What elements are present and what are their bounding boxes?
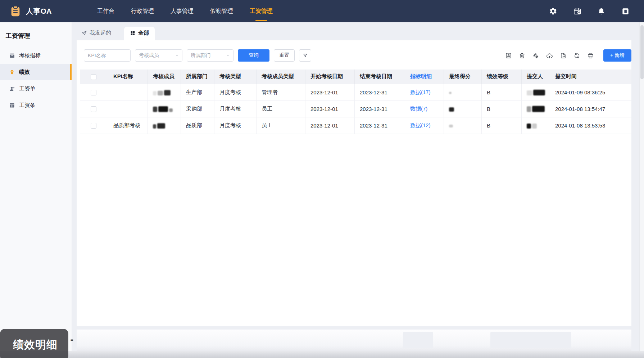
redacted-content bbox=[449, 92, 452, 94]
cell-indicator-detail: 数据(7) bbox=[405, 100, 444, 117]
filter-button[interactable] bbox=[299, 49, 311, 62]
table-row: 品质部考核品质部月度考核员工2023-12-012023-12-31数据(12)… bbox=[80, 117, 632, 134]
indicator-detail-link[interactable]: 数据(12) bbox=[410, 122, 431, 128]
cell-department: 品质部 bbox=[181, 117, 214, 134]
cloud-upload-icon[interactable] bbox=[546, 52, 553, 59]
department-select[interactable]: 所属部门 bbox=[187, 49, 233, 62]
col-header-提交人: 提交人 bbox=[522, 70, 550, 84]
redacted-content bbox=[527, 106, 545, 112]
funnel-icon bbox=[303, 53, 308, 58]
cell-submitter bbox=[522, 117, 550, 134]
redacted-content bbox=[153, 106, 173, 112]
select-all-checkbox[interactable] bbox=[91, 74, 96, 80]
sidebar-item-工资单[interactable]: 工资单 bbox=[0, 80, 72, 97]
cell-submit-time: 2024-01-09 08:36:25 bbox=[550, 84, 632, 100]
cell-assess-type: 月度考核 bbox=[214, 117, 257, 134]
cell-final-score bbox=[444, 100, 482, 117]
department-select-value: 所属部门 bbox=[191, 52, 211, 59]
calendar-icon[interactable] bbox=[573, 7, 581, 15]
gear-icon[interactable] bbox=[549, 7, 557, 15]
add-new-button[interactable]: + 新增 bbox=[603, 49, 631, 62]
user-icon bbox=[9, 86, 15, 92]
tab-bar: 我发起的全部 bbox=[72, 22, 644, 40]
trash-icon[interactable] bbox=[519, 52, 526, 59]
indicator-detail-link[interactable]: 数据(17) bbox=[410, 89, 431, 95]
sidebar-item-label: 工资条 bbox=[19, 102, 35, 109]
cell-indicator-detail: 数据(17) bbox=[405, 84, 444, 100]
cell-start-date: 2023-12-01 bbox=[305, 84, 355, 100]
cell-assess-member bbox=[148, 84, 181, 100]
redacted-content bbox=[527, 124, 537, 129]
search-button[interactable]: 查询 bbox=[238, 49, 269, 62]
col-header-最终得分: 最终得分 bbox=[444, 70, 482, 84]
refresh-icon[interactable] bbox=[573, 52, 580, 59]
kpi-name-input[interactable] bbox=[84, 49, 131, 62]
page-scrollbar[interactable] bbox=[639, 22, 644, 358]
cell-grade: B bbox=[482, 117, 522, 134]
sidebar-item-label: 绩效 bbox=[19, 69, 30, 76]
id-card-icon[interactable] bbox=[505, 52, 512, 59]
row-checkbox[interactable] bbox=[91, 123, 96, 129]
sidebar-item-label: 考核指标 bbox=[19, 52, 41, 59]
nav-item-假勤管理[interactable]: 假勤管理 bbox=[210, 0, 233, 22]
table-icon bbox=[9, 102, 15, 108]
pagination-footer bbox=[77, 330, 631, 351]
top-navbar: 人事OA 工作台行政管理人事管理假勤管理工资管理 bbox=[0, 0, 644, 22]
app-brand[interactable]: 人事OA bbox=[9, 5, 52, 17]
performance-detail-overlay: 绩效明细 bbox=[0, 329, 68, 358]
tab-label: 我发起的 bbox=[90, 30, 111, 36]
sidebar-item-考核指标[interactable]: 考核指标 bbox=[0, 47, 72, 64]
nav-item-人事管理[interactable]: 人事管理 bbox=[171, 0, 194, 22]
window-bottom-strip bbox=[0, 351, 644, 358]
sidebar-item-label: 工资单 bbox=[19, 85, 35, 92]
app-window: 人事OA 工作台行政管理人事管理假勤管理工资管理 工资管理 考核指标绩效工资单工… bbox=[0, 0, 644, 358]
file-export-icon[interactable] bbox=[560, 52, 567, 59]
nav-item-工作台[interactable]: 工作台 bbox=[97, 0, 114, 22]
redacted-footer-mark: = bbox=[71, 337, 73, 343]
tab-全部[interactable]: 全部 bbox=[124, 27, 155, 40]
indicator-detail-link[interactable]: 数据(7) bbox=[410, 106, 427, 112]
sidebar-item-绩效[interactable]: 绩效 bbox=[0, 64, 72, 80]
tab-label: 全部 bbox=[138, 30, 149, 36]
filter-row: 考核成员 所属部门 查询 重置 + 新增 bbox=[77, 40, 631, 62]
cell-kpi-name bbox=[108, 100, 148, 117]
assess-member-select-value: 考核成员 bbox=[139, 52, 159, 59]
cell-department: 采购部 bbox=[181, 100, 214, 117]
gear-edit-icon[interactable] bbox=[532, 52, 539, 59]
redacted-content bbox=[153, 123, 165, 129]
col-header-开始考核日期: 开始考核日期 bbox=[305, 70, 355, 84]
redacted-content bbox=[449, 125, 453, 127]
send-icon bbox=[81, 30, 87, 36]
tab-我发起的[interactable]: 我发起的 bbox=[81, 27, 111, 40]
medal-icon bbox=[9, 69, 15, 75]
cell-member-type: 管理者 bbox=[257, 84, 305, 100]
nav-item-工资管理[interactable]: 工资管理 bbox=[250, 0, 273, 22]
redacted-content bbox=[449, 107, 454, 112]
cell-member-type: 员工 bbox=[257, 100, 305, 117]
nav-item-行政管理[interactable]: 行政管理 bbox=[131, 0, 154, 22]
col-header-KPI名称: KPI名称 bbox=[108, 70, 148, 84]
chevron-down-icon bbox=[175, 53, 179, 58]
reset-button[interactable]: 重置 bbox=[274, 49, 295, 62]
bell-icon[interactable] bbox=[597, 7, 606, 15]
app-title: 人事OA bbox=[26, 6, 52, 16]
printer-icon[interactable] bbox=[587, 52, 594, 59]
row-checkbox[interactable] bbox=[91, 106, 96, 112]
cell-kpi-name: 品质部考核 bbox=[108, 117, 148, 134]
cell-end-date: 2023-12-31 bbox=[355, 84, 405, 100]
sidebar-item-工资条[interactable]: 工资条 bbox=[0, 97, 72, 113]
cell-indicator-detail: 数据(12) bbox=[405, 117, 444, 134]
row-checkbox[interactable] bbox=[91, 90, 96, 95]
cell-submit-time: 2024-01-08 13:53:53 bbox=[550, 117, 632, 134]
grid-icon bbox=[130, 30, 136, 36]
cell-checkbox bbox=[80, 117, 108, 134]
cell-submitter bbox=[522, 84, 550, 100]
cell-department: 生产部 bbox=[181, 84, 214, 100]
cell-checkbox bbox=[80, 100, 108, 117]
col-header-所属部门: 所属部门 bbox=[181, 70, 214, 84]
col-header-提交时间: 提交时间 bbox=[550, 70, 632, 84]
assess-member-select[interactable]: 考核成员 bbox=[135, 49, 182, 62]
scrollbar-thumb[interactable] bbox=[640, 25, 644, 79]
panel-icon[interactable] bbox=[621, 7, 630, 15]
chevron-down-icon bbox=[226, 53, 230, 58]
